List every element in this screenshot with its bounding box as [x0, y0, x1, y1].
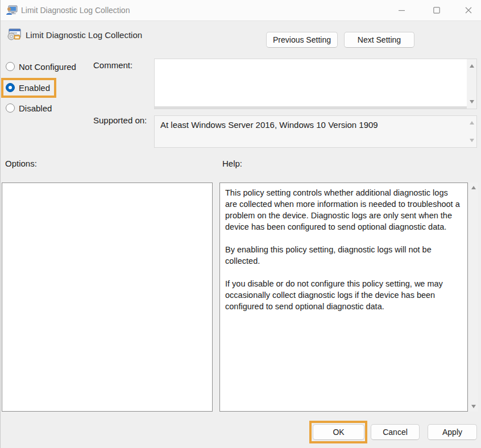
scroll-up-icon[interactable] [467, 61, 476, 70]
comment-input[interactable] [154, 59, 477, 109]
title-bar: Limit Diagnostic Log Collection [1, 0, 481, 21]
scroll-up-icon[interactable] [467, 118, 476, 127]
policy-setting-icon [7, 28, 21, 40]
options-pane [2, 182, 213, 412]
scroll-up-icon[interactable] [469, 186, 478, 189]
radio-enabled-circle-icon [6, 83, 15, 92]
scroll-down-icon[interactable] [467, 97, 476, 106]
radio-not-configured-circle-icon [6, 62, 15, 71]
supported-on-field: At least Windows Server 2016, Windows 10… [154, 115, 477, 148]
policy-name-heading: Limit Diagnostic Log Collection [26, 30, 142, 40]
ok-button[interactable]: OK [313, 424, 364, 440]
radio-not-configured-label: Not Configured [19, 62, 76, 72]
maximize-icon [433, 7, 440, 14]
next-setting-button[interactable]: Next Setting [344, 32, 414, 48]
scroll-down-icon[interactable] [467, 136, 476, 145]
radio-not-configured[interactable]: Not Configured [6, 61, 76, 72]
comment-horizontal-scrollbar[interactable] [155, 106, 467, 109]
close-icon [465, 7, 472, 14]
radio-disabled-circle-icon [6, 103, 15, 113]
maximize-button[interactable] [424, 0, 450, 20]
help-vertical-scrollbar[interactable] [469, 182, 478, 412]
radio-enabled[interactable]: Enabled [6, 82, 50, 93]
supported-on-value: At least Windows Server 2016, Windows 10… [160, 120, 462, 130]
minimize-icon [399, 7, 405, 14]
apply-button[interactable]: Apply [428, 424, 477, 440]
close-button[interactable] [455, 0, 481, 20]
cancel-button[interactable]: Cancel [371, 424, 420, 440]
comment-label: Comment: [93, 60, 132, 70]
policy-setting-dialog: Limit Diagnostic Log Collection Limit Di… [0, 0, 481, 448]
options-label: Options: [5, 159, 37, 168]
radio-disabled[interactable]: Disabled [6, 103, 52, 113]
group-policy-user-icon [6, 5, 18, 15]
supported-vertical-scrollbar[interactable] [467, 116, 476, 147]
radio-enabled-label: Enabled [19, 83, 50, 93]
help-pane: This policy setting controls whether add… [219, 182, 468, 412]
comment-vertical-scrollbar[interactable] [467, 59, 476, 109]
previous-setting-button[interactable]: Previous Setting [266, 32, 338, 48]
window-title: Limit Diagnostic Log Collection [21, 0, 130, 20]
scroll-down-icon[interactable] [469, 405, 478, 408]
minimize-button[interactable] [388, 0, 414, 20]
help-label: Help: [222, 159, 242, 168]
help-text: This policy setting controls whether add… [225, 187, 462, 312]
radio-disabled-label: Disabled [19, 103, 52, 113]
supported-on-label: Supported on: [93, 115, 147, 125]
